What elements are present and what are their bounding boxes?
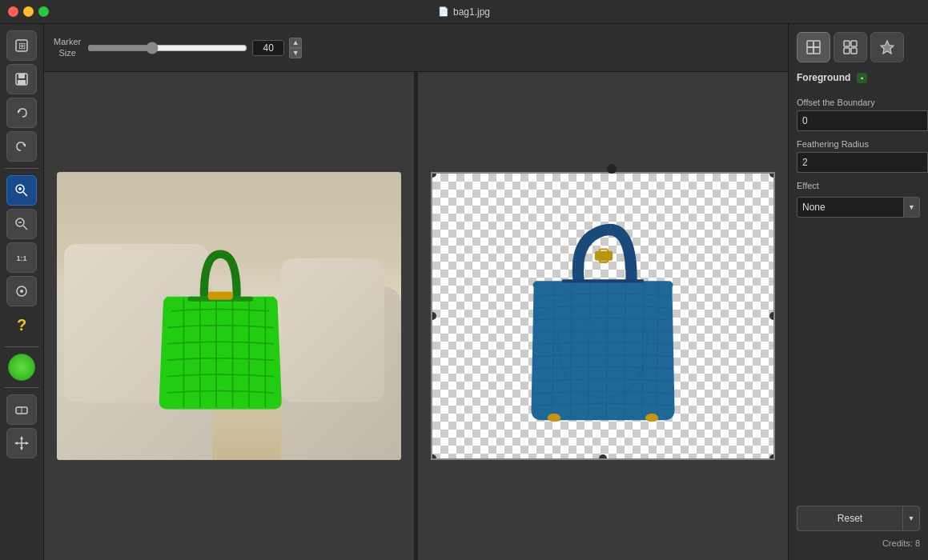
file-icon: 📄 (438, 6, 449, 17)
svg-marker-5 (18, 110, 21, 114)
zoom-out-button[interactable] (6, 209, 37, 239)
offset-boundary-input[interactable] (797, 110, 927, 131)
svg-rect-36 (851, 41, 857, 46)
toolbar-divider-1 (4, 168, 38, 169)
svg-rect-3 (18, 74, 25, 78)
effect-label: Effect (797, 181, 920, 190)
handle-top-center-outer[interactable] (607, 164, 617, 174)
top-bar-row: Marker Size 40 ▲ ▼ (44, 24, 788, 72)
offset-boundary-control: ▲ ▼ (797, 110, 920, 131)
top-toolbar: Marker Size 40 ▲ ▼ (44, 24, 788, 72)
svg-marker-39 (881, 41, 894, 54)
svg-rect-34 (814, 47, 820, 54)
title-bar: 📄 bag1.jpg (0, 0, 928, 24)
svg-text:1:1: 1:1 (16, 254, 26, 262)
fg-badge: ▪ (857, 73, 868, 83)
reset-row: Reset ▼ (797, 506, 920, 531)
app-body: ⊞ (0, 24, 928, 560)
svg-marker-21 (20, 436, 23, 439)
svg-rect-37 (844, 48, 850, 54)
zoom-100-button[interactable]: 1:1 (6, 242, 37, 273)
svg-marker-23 (14, 442, 18, 445)
svg-marker-22 (20, 447, 23, 450)
svg-point-30 (645, 414, 658, 422)
help-button[interactable]: ? (6, 310, 37, 340)
handle-bc[interactable] (599, 454, 607, 460)
svg-point-29 (548, 414, 560, 422)
svg-rect-38 (851, 48, 857, 54)
undo-button[interactable] (6, 98, 37, 128)
new-image-button[interactable]: ⊞ (6, 30, 37, 61)
maximize-button[interactable] (38, 6, 49, 17)
handle-mr[interactable] (769, 312, 775, 320)
zoom-fit-button[interactable] (6, 276, 37, 306)
cutout-canvas[interactable] (431, 172, 775, 460)
move-button[interactable] (6, 428, 37, 458)
svg-rect-31 (807, 41, 814, 47)
svg-marker-6 (22, 144, 26, 147)
effect-control: None Blur Sharpen Shadow ▼ (797, 197, 920, 218)
toolbar-divider-2 (4, 346, 38, 347)
svg-rect-32 (814, 41, 820, 47)
section-foreground-label: Foreground ▪ (797, 72, 920, 83)
foreground-tool-button[interactable] (8, 354, 35, 381)
reset-button[interactable]: Reset (797, 506, 902, 531)
marker-size-down[interactable]: ▼ (289, 48, 302, 58)
filename-label: bag1.jpg (453, 6, 490, 18)
handle-bl[interactable] (431, 454, 436, 460)
original-scene (57, 172, 401, 460)
toolbar-divider-3 (4, 387, 38, 388)
tab-favorites[interactable] (870, 32, 904, 62)
minimize-button[interactable] (23, 6, 34, 17)
redo-button[interactable] (6, 131, 37, 162)
zoom-in-button[interactable] (6, 175, 37, 206)
marker-size-spinners: ▲ ▼ (289, 38, 302, 58)
credits-bar: Credits: 8 (797, 534, 920, 552)
panel-spacer (797, 218, 920, 499)
window-title: 📄 bag1.jpg (438, 6, 490, 18)
reset-dropdown-arrow[interactable]: ▼ (902, 506, 920, 531)
save-button[interactable] (6, 64, 37, 94)
svg-marker-24 (26, 442, 29, 445)
marker-size-value: 40 (252, 40, 284, 56)
credits-label: Credits: 8 (882, 538, 920, 548)
window-controls (8, 6, 49, 17)
handle-tr[interactable] (769, 172, 775, 178)
effect-dropdown-arrow[interactable]: ▼ (904, 197, 920, 218)
feathering-radius-input[interactable] (797, 152, 927, 173)
right-properties-panel: Foreground ▪ Offset the Boundary ▲ ▼ Fea… (788, 24, 928, 560)
right-image-panel (418, 72, 788, 560)
main-content-wrapper: Marker Size 40 ▲ ▼ (44, 24, 788, 560)
svg-point-16 (20, 290, 23, 293)
eraser-button[interactable] (6, 394, 37, 425)
marker-size-up[interactable]: ▲ (289, 38, 302, 48)
effect-select[interactable]: None Blur Sharpen Shadow (797, 197, 904, 218)
svg-rect-27 (595, 251, 613, 261)
svg-rect-35 (844, 41, 850, 46)
feathering-radius-label: Feathering Radius (797, 139, 920, 149)
svg-text:⊞: ⊞ (18, 41, 26, 50)
green-bag (126, 230, 315, 426)
svg-line-12 (23, 226, 27, 230)
svg-rect-4 (18, 80, 26, 85)
close-button[interactable] (8, 6, 18, 17)
marker-size-label: Marker Size (54, 37, 81, 58)
svg-rect-33 (807, 47, 814, 54)
original-image-canvas[interactable] (57, 172, 401, 460)
offset-boundary-label: Offset the Boundary (797, 98, 920, 107)
left-toolbar: ⊞ (0, 24, 44, 560)
svg-line-8 (23, 192, 27, 196)
blue-bag (475, 202, 731, 430)
svg-rect-26 (208, 292, 233, 300)
tab-properties[interactable] (834, 32, 867, 62)
tab-layers[interactable] (797, 32, 830, 62)
marker-size-control: 40 ▲ ▼ (87, 38, 302, 58)
feathering-radius-control: ▲ ▼ (797, 152, 920, 173)
handle-br[interactable] (769, 454, 775, 460)
panel-tabs (797, 32, 920, 62)
canvas-area (44, 72, 788, 560)
left-image-panel (44, 72, 416, 560)
marker-size-slider[interactable] (87, 42, 247, 54)
